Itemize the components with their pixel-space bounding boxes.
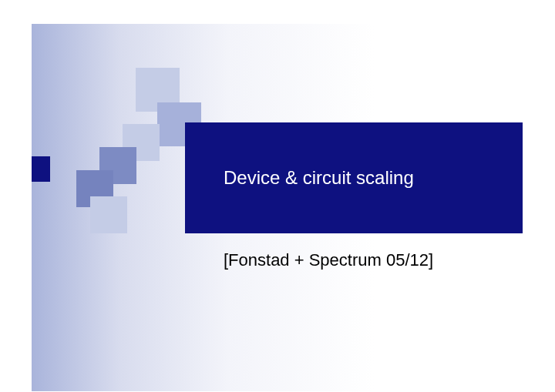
slide-subtitle: [Fonstad + Spectrum 05/12]	[224, 250, 433, 270]
slide-background: Device & circuit scaling [Fonstad + Spec…	[32, 24, 523, 391]
decor-square-6	[90, 196, 127, 233]
title-bar: Device & circuit scaling	[185, 122, 523, 233]
slide-title: Device & circuit scaling	[224, 167, 414, 189]
title-bar-left-stub	[32, 156, 50, 182]
